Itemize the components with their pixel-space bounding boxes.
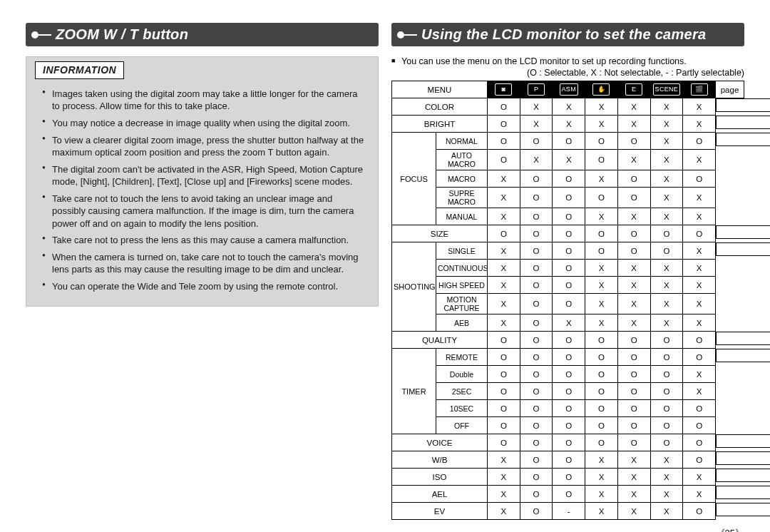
compat-cell: X	[683, 150, 716, 170]
compat-cell: X	[683, 277, 716, 294]
menu-label: AEL	[392, 486, 488, 503]
information-bullet: You can operate the Wide and Tele zoom b…	[42, 280, 365, 293]
compat-cell: X	[585, 116, 618, 133]
compat-cell: O	[520, 260, 553, 277]
table-row: HIGH SPEEDXOOXXXX	[392, 277, 744, 294]
page-ref: p.27	[716, 133, 770, 146]
table-row: SIZEOOOOOOOp.29	[392, 225, 744, 242]
menu-sub-label: SINGLE	[436, 242, 488, 260]
page-ref: p.34	[716, 451, 770, 465]
compat-cell: O	[617, 225, 650, 242]
compat-cell: O	[585, 225, 618, 242]
compat-cell: X	[585, 451, 618, 469]
menu-label: VOICE	[392, 434, 488, 451]
table-row: VOICEOOOOOOOp.34	[392, 434, 744, 451]
compat-cell: O	[650, 400, 683, 417]
compat-cell: X	[488, 451, 520, 469]
right-intro: You can use the menu on the LCD monitor …	[391, 56, 744, 66]
compat-cell: X	[617, 98, 650, 116]
compat-cell: O	[585, 400, 618, 417]
table-row: ISOXOOXXXXp.31	[392, 469, 744, 486]
compat-cell: O	[553, 225, 585, 242]
compat-cell: O	[650, 417, 683, 434]
right-heading: Using the LCD monitor to set the camera	[391, 23, 744, 46]
compat-cell: O	[520, 469, 553, 486]
menu-label: COLOR	[392, 98, 488, 116]
compat-cell: O	[617, 366, 650, 383]
information-bullet: You may notice a decrease in image quali…	[42, 117, 365, 130]
compat-cell: O	[617, 400, 650, 417]
compat-cell: X	[488, 260, 520, 277]
page-ref: p.36	[716, 503, 770, 516]
page-ref: p.32	[716, 332, 770, 345]
table-row: OFFOOOOOOO	[392, 417, 744, 434]
compat-cell: X	[617, 486, 650, 503]
two-column-layout: ZOOM W / T button INFORMATION Images tak…	[26, 23, 744, 520]
compat-cell: O	[585, 383, 618, 400]
compat-cell: O	[520, 208, 553, 225]
compat-cell: O	[683, 400, 716, 417]
compat-cell: O	[553, 383, 585, 400]
page-ref: p.34	[716, 434, 770, 448]
menu-sub-label: REMOTE	[436, 349, 488, 366]
menu-label: QUALITY	[392, 332, 488, 349]
compat-cell: X	[585, 208, 618, 225]
compat-cell: X	[585, 170, 618, 188]
compat-cell: X	[650, 451, 683, 469]
menu-label: SIZE	[392, 225, 488, 242]
menu-sub-label: AEB	[436, 314, 488, 332]
compat-cell: O	[585, 349, 618, 366]
compat-cell: O	[650, 434, 683, 451]
compat-cell: O	[650, 225, 683, 242]
compat-cell: O	[488, 150, 520, 170]
compat-cell: O	[617, 383, 650, 400]
page-ref: p.26	[716, 98, 770, 112]
compat-cell: O	[553, 417, 585, 434]
compat-cell: O	[585, 332, 618, 349]
compat-cell: X	[683, 242, 716, 260]
compat-cell: O	[683, 417, 716, 434]
menu-sub-label: HIGH SPEED	[436, 277, 488, 294]
menu-sub-label: AUTO MACRO	[436, 150, 488, 170]
menu-label: ISO	[392, 469, 488, 486]
compat-cell: O	[553, 366, 585, 383]
compat-cell: O	[585, 133, 618, 150]
table-row: EVXO-XXXOp.36	[392, 503, 744, 520]
compat-cell: O	[553, 133, 585, 150]
compat-cell: X	[683, 188, 716, 208]
compat-cell: X	[650, 150, 683, 170]
compat-cell: X	[488, 469, 520, 486]
compat-cell: X	[488, 242, 520, 260]
compat-cell: X	[585, 314, 618, 332]
compat-cell: X	[617, 314, 650, 332]
compat-cell: X	[617, 208, 650, 225]
menu-label: BRIGHT	[392, 116, 488, 133]
compat-cell: O	[650, 383, 683, 400]
mode-icon-p: P	[520, 81, 553, 98]
table-row: QUALITYOOOOOOOp.32	[392, 332, 744, 349]
compat-cell: O	[553, 349, 585, 366]
compat-cell: O	[553, 260, 585, 277]
table-row: COLOROXXXXXXp.26	[392, 98, 744, 116]
compat-cell: O	[488, 366, 520, 383]
menu-sub-label: CONTINUOUS	[436, 260, 488, 277]
compat-cell: O	[650, 366, 683, 383]
compat-cell: O	[488, 225, 520, 242]
compat-cell: O	[520, 277, 553, 294]
information-bullet: Take care not to press the lens as this …	[42, 234, 365, 247]
compat-cell: X	[488, 277, 520, 294]
menu-sub-label: Double	[436, 366, 488, 383]
table-row: DoubleOOOOOOX	[392, 366, 744, 383]
compat-cell: X	[650, 469, 683, 486]
compat-cell: X	[683, 116, 716, 133]
mode-icon-asr: ✋	[585, 81, 618, 98]
table-row: MOTION CAPTUREXOOXXXX	[392, 294, 744, 314]
compat-cell: X	[585, 98, 618, 116]
menu-sub-label: OFF	[436, 417, 488, 434]
compat-cell: X	[553, 98, 585, 116]
compat-cell: X	[585, 486, 618, 503]
compat-cell: X	[553, 150, 585, 170]
compat-cell: X	[683, 98, 716, 116]
table-row: SHOOTINGSINGLEXOOOOOXp.30	[392, 242, 744, 260]
compat-cell: O	[553, 170, 585, 188]
